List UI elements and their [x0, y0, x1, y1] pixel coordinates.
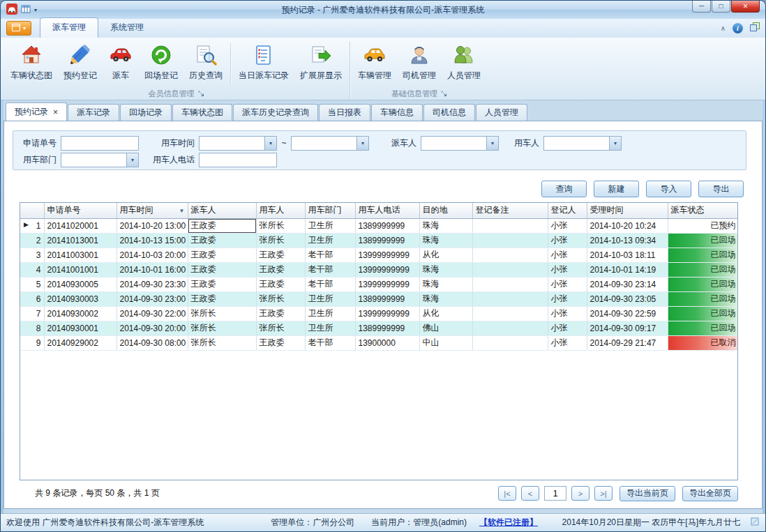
cell-accept-time[interactable]: 2014-09-30 09:17: [587, 321, 668, 335]
cell-request-no[interactable]: 20140930002: [44, 306, 117, 321]
cell-destination[interactable]: 珠海: [419, 277, 472, 291]
cell-dispatcher[interactable]: 张所长: [188, 335, 256, 350]
cell-registrar[interactable]: 小张: [548, 335, 587, 350]
cell-remark[interactable]: [472, 335, 548, 350]
cell-department[interactable]: 老干部: [305, 262, 355, 277]
cell-destination[interactable]: 中山: [419, 335, 472, 350]
row-indicator[interactable]: 8: [20, 321, 44, 335]
cell-phone[interactable]: 1389999999: [355, 321, 419, 335]
table-row[interactable]: 3201410030012014-10-03 20:00王政委王政委老干部139…: [20, 248, 738, 262]
row-indicator[interactable]: 2: [20, 233, 44, 248]
table-row[interactable]: 6201409300032014-09-30 23:00王政委张所长卫生所138…: [20, 291, 738, 306]
cell-user[interactable]: 王政委: [256, 306, 305, 321]
cell-request-no[interactable]: 20140930005: [44, 277, 117, 291]
cell-destination[interactable]: 珠海: [419, 218, 472, 233]
info-icon[interactable]: i: [733, 23, 743, 33]
ribbon-button-return-registration[interactable]: 回场登记: [139, 39, 183, 88]
cell-registrar[interactable]: 小张: [548, 277, 587, 291]
close-tab-icon[interactable]: ×: [53, 108, 58, 116]
cell-status[interactable]: 已回场: [668, 306, 738, 321]
grid-corner-cell[interactable]: [20, 203, 44, 218]
cell-accept-time[interactable]: 2014-10-13 09:34: [587, 233, 668, 248]
window-switch-icon[interactable]: [750, 22, 760, 33]
cell-remark[interactable]: [472, 306, 548, 321]
cell-use-time[interactable]: 2014-09-30 08:00: [117, 335, 188, 350]
col-header-remark[interactable]: 登记备注: [472, 203, 548, 218]
col-header-status[interactable]: 派车状态: [668, 203, 738, 218]
chevron-down-icon[interactable]: ▾: [609, 137, 621, 150]
cell-use-time[interactable]: 2014-09-30 22:00: [117, 306, 188, 321]
cell-registrar[interactable]: 小张: [548, 291, 587, 306]
cell-remark[interactable]: [472, 277, 548, 291]
cell-user[interactable]: 王政委: [256, 248, 305, 262]
cell-dispatcher[interactable]: 王政委: [188, 291, 256, 306]
tab-vehicle-status-map[interactable]: 车辆状态图: [172, 104, 232, 121]
cell-department[interactable]: 卫生所: [305, 321, 355, 335]
use-time-from-combo[interactable]: ▾: [199, 136, 277, 151]
cell-registrar[interactable]: 小张: [548, 248, 587, 262]
ribbon-button-driver-management[interactable]: 司机管理: [397, 39, 442, 88]
tab-return-records[interactable]: 回场记录: [120, 104, 172, 121]
ribbon-tab-system-management[interactable]: 系统管理: [98, 18, 156, 38]
row-indicator[interactable]: 9: [20, 335, 44, 350]
cell-status[interactable]: 已回场: [668, 248, 738, 262]
cell-dispatcher[interactable]: 王政委: [188, 248, 256, 262]
cell-remark[interactable]: [472, 321, 548, 335]
query-button[interactable]: 查询: [541, 181, 587, 197]
cell-use-time[interactable]: 2014-10-20 13:00: [117, 218, 188, 233]
cell-user[interactable]: 王政委: [256, 335, 305, 350]
last-page-button[interactable]: >|: [594, 486, 613, 501]
status-grip-icon[interactable]: [750, 517, 760, 529]
cell-destination[interactable]: 珠海: [419, 262, 472, 277]
cell-accept-time[interactable]: 2014-10-20 10:24: [587, 218, 668, 233]
cell-remark[interactable]: [472, 218, 548, 233]
cell-dispatcher[interactable]: 王政委: [188, 218, 256, 233]
cell-registrar[interactable]: 小张: [548, 262, 587, 277]
cell-department[interactable]: 卫生所: [305, 218, 355, 233]
row-indicator[interactable]: 7: [20, 306, 44, 321]
table-row[interactable]: 9201409290022014-09-30 08:00张所长王政委老干部139…: [20, 335, 738, 350]
col-header-department[interactable]: 用车部门: [305, 203, 355, 218]
cell-request-no[interactable]: 20140930001: [44, 321, 117, 335]
cell-phone[interactable]: 13999999999: [355, 306, 419, 321]
cell-remark[interactable]: [472, 248, 548, 262]
table-row[interactable]: 7201409300022014-09-30 22:00张所长王政委卫生所139…: [20, 306, 738, 321]
cell-request-no[interactable]: 20141003001: [44, 248, 117, 262]
cell-use-time[interactable]: 2014-10-01 16:00: [117, 262, 188, 277]
cell-dispatcher[interactable]: 王政委: [188, 262, 256, 277]
cell-accept-time[interactable]: 2014-09-30 22:59: [587, 306, 668, 321]
tab-dispatch-records[interactable]: 派车记录: [68, 104, 119, 121]
cell-use-time[interactable]: 2014-09-30 23:30: [117, 277, 188, 291]
cell-user[interactable]: 王政委: [256, 277, 305, 291]
close-button[interactable]: ×: [731, 1, 760, 13]
cell-registrar[interactable]: 小张: [548, 218, 587, 233]
app-menu-button[interactable]: ▾: [6, 21, 31, 36]
cell-department[interactable]: 卫生所: [305, 233, 355, 248]
cell-department[interactable]: 老干部: [305, 277, 355, 291]
create-button[interactable]: 新建: [594, 181, 639, 197]
row-indicator[interactable]: ▶1: [20, 218, 44, 233]
ribbon-button-personnel-management[interactable]: 人员管理: [442, 39, 486, 88]
cell-phone[interactable]: 1389999999: [355, 291, 419, 306]
cell-request-no[interactable]: 20141020001: [44, 218, 117, 233]
col-header-accept-time[interactable]: 受理时间: [587, 203, 668, 218]
ribbon-button-reservation-registration[interactable]: 预约登记: [58, 39, 103, 88]
department-combo[interactable]: ▾: [61, 153, 139, 167]
export-all-pages-button[interactable]: 导出全部页: [682, 486, 738, 501]
col-header-dispatcher[interactable]: 派车人: [188, 203, 256, 218]
maximize-button[interactable]: □: [712, 1, 730, 13]
table-row[interactable]: 8201409300012014-09-30 20:00张所长张所长卫生所138…: [20, 321, 738, 335]
table-row[interactable]: ▶1201410200012014-10-20 13:00王政委张所长卫生所13…: [20, 218, 738, 233]
cell-destination[interactable]: 珠海: [419, 291, 472, 306]
col-header-user[interactable]: 用车人: [256, 203, 305, 218]
row-indicator[interactable]: 3: [20, 248, 44, 262]
user-phone-input[interactable]: [199, 153, 277, 167]
chevron-down-icon[interactable]: ▾: [34, 7, 37, 13]
cell-registrar[interactable]: 小张: [548, 306, 587, 321]
table-row[interactable]: 5201409300052014-09-30 23:30王政委王政委老干部139…: [20, 277, 738, 291]
cell-destination[interactable]: 佛山: [419, 321, 472, 335]
cell-use-time[interactable]: 2014-09-30 23:00: [117, 291, 188, 306]
cell-status[interactable]: 已回场: [668, 277, 738, 291]
export-button[interactable]: 导出: [698, 181, 744, 197]
cell-user[interactable]: 王政委: [256, 262, 305, 277]
